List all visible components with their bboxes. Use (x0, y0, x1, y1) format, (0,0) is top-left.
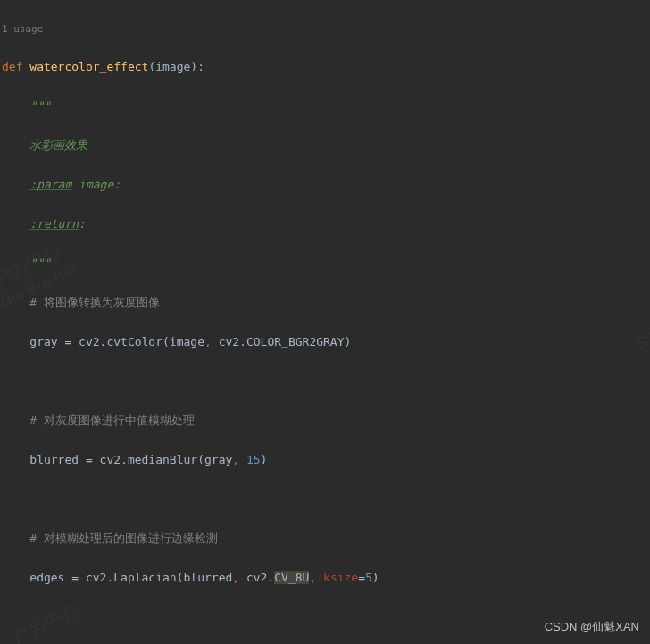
usage-hint: 1 usage (2, 20, 650, 38)
code: cv2.COLOR_BGR2GRAY) (219, 335, 352, 348)
doc-param-kw: :param (29, 178, 71, 191)
comment: # 对灰度图像进行中值模糊处理 (29, 414, 195, 427)
kwarg: ksize (323, 571, 358, 584)
code: cv2. (246, 571, 274, 584)
docstring-close[interactable]: """ (2, 254, 650, 273)
comment-line[interactable]: # 对灰度图像进行中值模糊处理 (2, 411, 650, 431)
docstring-desc[interactable]: 水彩画效果 (2, 136, 650, 155)
code: blurred = cv2.medianBlur(gray (29, 453, 232, 466)
doc-param-rest: image: (71, 178, 121, 191)
comma: , (204, 335, 219, 348)
comma: , (309, 571, 323, 584)
comma: , (232, 453, 246, 466)
blank-line[interactable] (2, 607, 650, 627)
docstring-open[interactable]: """ (2, 96, 650, 116)
highlighted-symbol: CV_8U (274, 571, 309, 584)
param: image (155, 60, 190, 73)
doc-return-colon: : (79, 217, 86, 230)
paren: ) (261, 453, 268, 466)
keyword-def: def (2, 60, 22, 73)
code-editor[interactable]: 1 usage def watercolor_effect(image): ""… (0, 0, 650, 644)
docstring-return[interactable]: :return: (2, 214, 650, 234)
comment: # 将图像转换为灰度图像 (29, 296, 160, 309)
blank-line[interactable] (2, 489, 650, 509)
comment-line[interactable]: # 将图像转换为灰度图像 (2, 293, 650, 313)
fn-name: watercolor_effect (29, 60, 148, 73)
doc-return-kw: :return (29, 217, 79, 230)
blank-line[interactable] (2, 372, 650, 391)
docstring-quotes: """ (29, 256, 50, 270)
code-line[interactable]: edges = cv2.Laplacian(blurred, cv2.CV_8U… (2, 568, 650, 588)
paren-close: ): (190, 60, 204, 73)
code: gray = cv2.cvtColor(image (29, 335, 204, 348)
code-line[interactable]: gray = cv2.cvtColor(image, cv2.COLOR_BGR… (2, 332, 650, 352)
comment-line[interactable]: # 对模糊处理后的图像进行边缘检测 (2, 529, 650, 548)
number: 5 (365, 571, 372, 584)
number: 15 (246, 453, 261, 466)
paren: ) (372, 571, 379, 584)
docstring-text: 水彩画效果 (29, 138, 88, 152)
fn-def-line[interactable]: def watercolor_effect(image): (2, 57, 650, 77)
code-line[interactable]: blurred = cv2.medianBlur(gray, 15) (2, 450, 650, 470)
code: edges = cv2.Laplacian(blurred (29, 571, 232, 584)
eq: = (358, 571, 365, 584)
comma: , (232, 571, 246, 584)
docstring-param[interactable]: :param image: (2, 175, 650, 195)
docstring-quotes: """ (29, 99, 50, 113)
comment: # 对模糊处理后的图像进行边缘检测 (29, 531, 218, 545)
